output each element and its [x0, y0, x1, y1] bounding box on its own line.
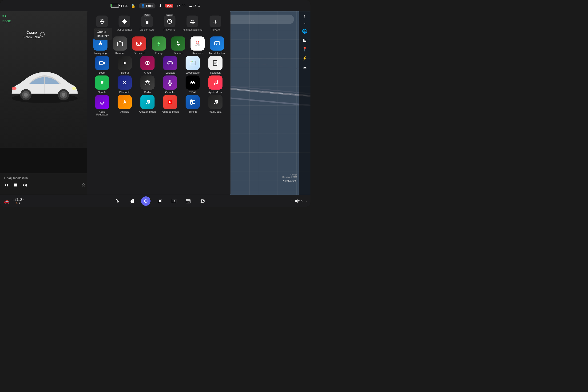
- app-radio[interactable]: Radio: [138, 76, 157, 94]
- north-icon: N: [304, 22, 305, 25]
- app-camera[interactable]: Kamera: [110, 36, 129, 54]
- profile-icon: 👤: [141, 4, 145, 8]
- taskbar-phone-button[interactable]: [113, 196, 122, 206]
- app-tidal[interactable]: TIDAL: [183, 76, 202, 94]
- layers-button[interactable]: ⊞: [303, 38, 306, 43]
- app-games[interactable]: Lekläda: [161, 56, 180, 74]
- app-energy[interactable]: Energi: [149, 36, 168, 54]
- trunk-label: ÖppnaBaklucka: [97, 30, 109, 38]
- svg-point-25: [147, 62, 148, 64]
- network-label: EDGE: [2, 20, 11, 23]
- svg-line-60: [147, 101, 150, 102]
- app-tunein[interactable]: TuneIn: [183, 95, 202, 116]
- zoom-label: Zoom: [99, 71, 105, 74]
- app-grid: Navigering Kamera: [87, 34, 230, 120]
- browser-label: Webbläsare: [186, 71, 200, 74]
- phone-icon: [171, 36, 185, 50]
- app-media[interactable]: Välj Media: [206, 95, 225, 116]
- app-youtubemusic[interactable]: YouTube Music: [161, 95, 180, 116]
- taskbar-calendar-button[interactable]: 19: [184, 196, 193, 206]
- profile-button[interactable]: 👤 Profil: [139, 3, 156, 8]
- wheel-heat-button[interactable]: Auto Rattvärme: [160, 16, 179, 31]
- charge-button[interactable]: ⚡: [302, 56, 307, 61]
- globe-button[interactable]: 🌐: [302, 29, 307, 34]
- taskbar-contacts-button[interactable]: [169, 196, 179, 206]
- tidal-label: TIDAL: [189, 91, 196, 94]
- location-button[interactable]: 📍: [302, 46, 307, 52]
- app-spotify[interactable]: Spotify: [93, 76, 112, 94]
- open-trunk-button[interactable]: ÖppnaBaklucka: [94, 28, 112, 40]
- app-phone[interactable]: Telefon: [169, 36, 188, 54]
- arcade-label: Arkad: [144, 71, 151, 74]
- volume-button[interactable]: ✕: [294, 198, 303, 204]
- taskbar-right: ‹ ✕ ›: [273, 198, 310, 204]
- karaoke-label: Caraoke: [165, 91, 175, 94]
- app-bluetooth[interactable]: Bluetooth: [115, 76, 134, 94]
- browser-icon: [186, 56, 200, 70]
- radio-icon: [140, 76, 154, 90]
- app-theater[interactable]: Biograf: [115, 56, 134, 74]
- climate-label: Klimatanläggning: [182, 28, 202, 31]
- app-amazonmusic[interactable]: Amazon Music: [138, 95, 157, 116]
- app-zoom[interactable]: Zoom: [93, 56, 112, 74]
- svg-line-54: [215, 82, 218, 82]
- favorite-button[interactable]: ☆: [82, 182, 86, 188]
- main-screen: 14 % 🔒 👤 Profil ⬇ SOS 15:22 ☁ 16°C ≡▲ ED…: [0, 0, 310, 207]
- audible-icon: A: [118, 95, 132, 109]
- wipers-button[interactable]: Torkare: [206, 16, 225, 31]
- app-arcade[interactable]: Arkad: [138, 56, 157, 74]
- taskbar-games-button[interactable]: [198, 196, 207, 206]
- app-applemusic[interactable]: Apple Music: [206, 76, 225, 94]
- wheel-heat-label: Rattvärme: [164, 28, 176, 31]
- camera-icon: [113, 36, 127, 50]
- taskbar-close-button[interactable]: [155, 196, 165, 206]
- weather-button[interactable]: ☁: [302, 64, 307, 70]
- temp-right-arrow[interactable]: ›: [23, 198, 24, 202]
- app-podcaster[interactable]: Apple Podcaster: [93, 95, 112, 116]
- taskbar-camera-button[interactable]: [141, 196, 150, 206]
- time-display: 15:22: [177, 4, 186, 8]
- svg-rect-49: [169, 80, 171, 83]
- status-bar: 14 % 🔒 👤 Profil ⬇ SOS 15:22 ☁ 16°C: [0, 0, 310, 11]
- svg-point-12: [215, 22, 216, 24]
- app-browser[interactable]: Webbläsare: [183, 56, 202, 74]
- defrost-back-button[interactable]: Avfrosta Bak: [115, 16, 134, 31]
- prev-button[interactable]: ⏮: [4, 182, 8, 188]
- navigation-label: Navigering: [94, 52, 107, 54]
- app-karaoke[interactable]: Caraoke: [161, 76, 180, 94]
- left-arrow-button[interactable]: ‹: [291, 199, 292, 203]
- seat-left-icon: Auto: [141, 16, 153, 27]
- seat-left-button[interactable]: Auto Vänster Säte: [138, 16, 156, 31]
- wheel-heat-icon: Auto: [164, 16, 176, 27]
- app-row-2: Zoom Biograf: [91, 56, 227, 74]
- svg-point-11: [169, 21, 170, 22]
- taskbar-music-button[interactable]: [127, 196, 136, 206]
- climate-button[interactable]: Klimatanläggning: [182, 16, 202, 31]
- open-front-label[interactable]: ÖppnaFramlucka: [24, 30, 40, 39]
- media-controls: ⏮ ⏹ ⏭ ☆: [4, 182, 86, 188]
- svg-point-92: [203, 200, 204, 201]
- temperature-value: 21.0: [14, 198, 22, 202]
- svg-rect-64: [190, 100, 192, 102]
- temp-sub-icons: 🪑🌡: [16, 202, 21, 204]
- app-row-3: Spotify Bluetooth: [91, 76, 227, 94]
- app-messages[interactable]: Meddelanden: [208, 36, 226, 54]
- app-manual[interactable]: Handbok: [206, 56, 225, 74]
- auto-badge-wheel: Auto: [166, 14, 173, 16]
- tunein-icon: [186, 95, 200, 109]
- right-arrow-button[interactable]: ›: [306, 199, 307, 203]
- sos-badge[interactable]: SOS: [165, 4, 173, 8]
- app-dashcam[interactable]: Bilkamera: [130, 36, 149, 54]
- app-audible[interactable]: A Audible: [115, 95, 134, 116]
- stop-button[interactable]: ⏹: [13, 182, 18, 188]
- next-button[interactable]: ⏭: [22, 182, 27, 188]
- tidal-icon: [186, 76, 200, 90]
- temp-left-arrow[interactable]: ‹: [12, 198, 14, 202]
- svg-point-55: [101, 101, 103, 103]
- theater-icon: [118, 56, 132, 70]
- compass-button[interactable]: ↑: [304, 14, 306, 18]
- app-calendar[interactable]: 19 APR Kalender: [188, 36, 207, 54]
- svg-point-37: [191, 61, 192, 62]
- signal-label: ≡▲: [2, 14, 11, 18]
- svg-text:19: 19: [188, 201, 190, 203]
